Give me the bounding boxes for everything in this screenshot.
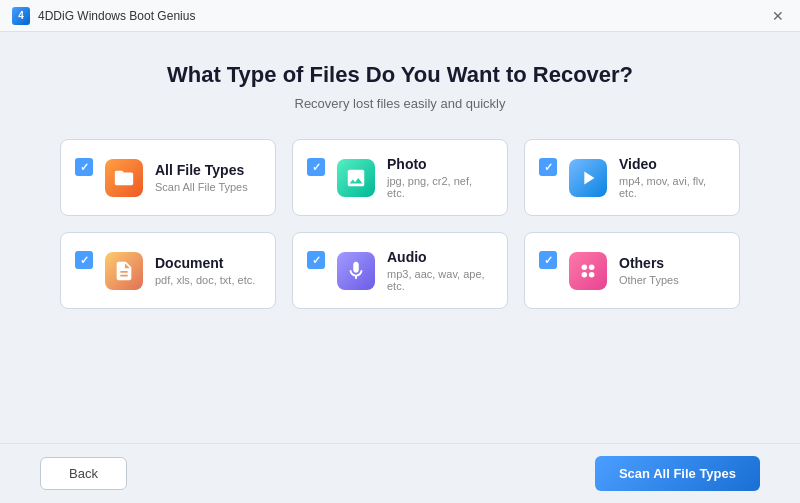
all-files-icon xyxy=(105,159,143,197)
audio-text: Audio mp3, aac, wav, ape, etc. xyxy=(387,249,491,292)
photo-desc: jpg, png, cr2, nef, etc. xyxy=(387,175,491,199)
card-others[interactable]: Others Other Types xyxy=(524,232,740,309)
document-text: Document pdf, xls, doc, txt, etc. xyxy=(155,255,255,286)
svg-point-0 xyxy=(582,264,588,270)
checkbox-video[interactable] xyxy=(539,158,557,176)
photo-text: Photo jpg, png, cr2, nef, etc. xyxy=(387,156,491,199)
all-file-types-desc: Scan All File Types xyxy=(155,181,248,193)
file-type-grid: All File Types Scan All File Types Photo… xyxy=(60,139,740,309)
checkbox-photo[interactable] xyxy=(307,158,325,176)
svg-point-2 xyxy=(582,271,588,277)
document-name: Document xyxy=(155,255,255,271)
checkbox-all-file-types[interactable] xyxy=(75,158,93,176)
page-title: What Type of Files Do You Want to Recove… xyxy=(167,62,633,88)
card-document[interactable]: Document pdf, xls, doc, txt, etc. xyxy=(60,232,276,309)
checkbox-document[interactable] xyxy=(75,251,93,269)
all-file-types-name: All File Types xyxy=(155,162,248,178)
document-desc: pdf, xls, doc, txt, etc. xyxy=(155,274,255,286)
scan-all-button[interactable]: Scan All File Types xyxy=(595,456,760,491)
document-icon xyxy=(105,252,143,290)
video-desc: mp4, mov, avi, flv, etc. xyxy=(619,175,723,199)
svg-point-3 xyxy=(589,271,595,277)
audio-name: Audio xyxy=(387,249,491,265)
svg-point-1 xyxy=(589,264,595,270)
audio-icon xyxy=(337,252,375,290)
title-bar: 4 4DDiG Windows Boot Genius ✕ xyxy=(0,0,800,32)
others-name: Others xyxy=(619,255,679,271)
back-button[interactable]: Back xyxy=(40,457,127,490)
checkbox-others[interactable] xyxy=(539,251,557,269)
others-text: Others Other Types xyxy=(619,255,679,286)
video-name: Video xyxy=(619,156,723,172)
card-audio[interactable]: Audio mp3, aac, wav, ape, etc. xyxy=(292,232,508,309)
video-icon xyxy=(569,159,607,197)
main-content: What Type of Files Do You Want to Recove… xyxy=(0,32,800,443)
video-text: Video mp4, mov, avi, flv, etc. xyxy=(619,156,723,199)
card-video[interactable]: Video mp4, mov, avi, flv, etc. xyxy=(524,139,740,216)
all-file-types-text: All File Types Scan All File Types xyxy=(155,162,248,193)
photo-name: Photo xyxy=(387,156,491,172)
others-icon xyxy=(569,252,607,290)
app-icon: 4 xyxy=(12,7,30,25)
card-all-file-types[interactable]: All File Types Scan All File Types xyxy=(60,139,276,216)
footer: Back Scan All File Types xyxy=(0,443,800,503)
close-button[interactable]: ✕ xyxy=(768,6,788,26)
card-photo[interactable]: Photo jpg, png, cr2, nef, etc. xyxy=(292,139,508,216)
audio-desc: mp3, aac, wav, ape, etc. xyxy=(387,268,491,292)
others-desc: Other Types xyxy=(619,274,679,286)
checkbox-audio[interactable] xyxy=(307,251,325,269)
title-bar-left: 4 4DDiG Windows Boot Genius xyxy=(12,7,195,25)
page-subtitle: Recovery lost files easily and quickly xyxy=(295,96,506,111)
app-title: 4DDiG Windows Boot Genius xyxy=(38,9,195,23)
photo-icon xyxy=(337,159,375,197)
